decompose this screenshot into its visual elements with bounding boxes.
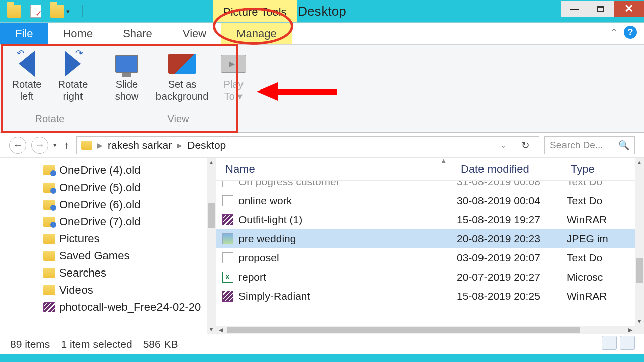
- properties-icon[interactable]: [30, 5, 41, 18]
- folder-icon: [43, 183, 55, 193]
- scrollbar-vertical[interactable]: ▲ ▼: [635, 158, 644, 326]
- file-date: 15-08-2019 19:27: [457, 214, 567, 226]
- contextual-tab-label: Picture Tools: [213, 0, 297, 22]
- file-row[interactable]: On pogress customer31-08-2019 00:08Text …: [216, 181, 644, 191]
- folder-icon: [43, 200, 55, 210]
- tree-item[interactable]: photocall-web_Free24-02-20: [0, 299, 207, 316]
- forward-button[interactable]: →: [31, 137, 48, 154]
- column-type[interactable]: Type: [567, 163, 644, 176]
- rotate-left-button[interactable]: ↶ Rotate left: [6, 48, 47, 102]
- file-type: Text Do: [567, 181, 644, 188]
- column-name[interactable]: Name▲: [222, 163, 457, 176]
- status-size: 586 KB: [143, 338, 178, 350]
- file-type: Microsc: [567, 271, 644, 283]
- text-file-icon: [222, 181, 233, 187]
- tree-item-label: OneDrive (4).old: [59, 164, 140, 177]
- scroll-thumb[interactable]: [636, 258, 643, 283]
- search-input[interactable]: Search De... 🔍: [544, 136, 635, 154]
- scrollbar-vertical[interactable]: ▲ ▼: [207, 158, 216, 334]
- view-large-icons-button[interactable]: [620, 336, 635, 350]
- help-icon[interactable]: ?: [624, 26, 637, 39]
- scroll-right-icon[interactable]: ▶: [626, 326, 635, 334]
- file-row[interactable]: report20-07-2019 20:27Microsc: [216, 267, 644, 287]
- window-controls: — ✕: [561, 1, 644, 17]
- minimize-button[interactable]: —: [561, 1, 588, 17]
- scroll-down-icon[interactable]: ▼: [207, 325, 216, 334]
- navigation-pane: OneDrive (4).oldOneDrive (5).oldOneDrive…: [0, 158, 216, 334]
- qat-dropdown-icon[interactable]: ▾: [66, 8, 70, 15]
- file-name: pre wedding: [238, 233, 296, 245]
- tree-item-label: Saved Games: [59, 249, 129, 262]
- tree-item[interactable]: OneDrive (5).old: [0, 179, 207, 196]
- file-type: JPEG im: [567, 233, 644, 245]
- breadcrumb-separator: ▸: [177, 139, 182, 151]
- tree-item-label: OneDrive (5).old: [59, 181, 140, 194]
- tab-share[interactable]: Share: [108, 23, 168, 44]
- tab-manage[interactable]: Manage: [221, 23, 292, 44]
- status-item-count: 89 items: [10, 338, 50, 350]
- scrollbar-horizontal[interactable]: ◀ ▶: [216, 326, 635, 334]
- file-name: Outfit-light (1): [238, 214, 302, 226]
- close-button[interactable]: ✕: [614, 1, 644, 17]
- text-file-icon: [222, 195, 233, 206]
- tree-item[interactable]: Searches: [0, 264, 207, 282]
- history-dropdown-icon[interactable]: ▾: [53, 141, 57, 149]
- maximize-button[interactable]: [588, 1, 614, 17]
- scroll-left-icon[interactable]: ◀: [216, 326, 225, 334]
- breadcrumb-segment[interactable]: rakesh sarkar: [108, 139, 172, 151]
- rotate-right-label: Rotate right: [58, 79, 88, 102]
- tab-view[interactable]: View: [168, 23, 221, 44]
- spreadsheet-icon: [222, 272, 233, 283]
- tree-item[interactable]: Saved Games: [0, 247, 207, 264]
- file-row[interactable]: Simply-Radiant15-08-2019 20:25WinRAR: [216, 287, 644, 306]
- tree-item-label: Pictures: [59, 232, 99, 245]
- new-folder-icon[interactable]: [50, 5, 64, 18]
- scroll-thumb[interactable]: [227, 327, 580, 333]
- tree-item[interactable]: Pictures: [0, 230, 207, 247]
- tree-item[interactable]: OneDrive (6).old: [0, 196, 207, 213]
- file-date: 31-08-2019 00:08: [457, 181, 567, 188]
- file-row[interactable]: online work30-08-2019 00:04Text Do: [216, 191, 644, 210]
- monitor-icon: [115, 55, 138, 73]
- view-details-button[interactable]: [602, 336, 617, 350]
- scroll-thumb[interactable]: [208, 203, 215, 228]
- archive-icon: [222, 291, 233, 302]
- tree-item-label: Videos: [59, 284, 93, 297]
- refresh-button[interactable]: ↻: [516, 139, 535, 151]
- search-placeholder: Search De...: [550, 140, 603, 151]
- tree-item[interactable]: Videos: [0, 282, 207, 299]
- ribbon-group-label: Rotate: [35, 113, 65, 125]
- tab-home[interactable]: Home: [48, 23, 108, 44]
- play-to-icon: [221, 55, 246, 73]
- scroll-up-icon[interactable]: ▲: [635, 158, 644, 167]
- play-to-button[interactable]: Play To ▾: [217, 48, 250, 102]
- scroll-up-icon[interactable]: ▲: [207, 158, 216, 167]
- breadcrumb-segment[interactable]: Desktop: [187, 139, 226, 151]
- collapse-ribbon-icon[interactable]: ⌃: [610, 27, 618, 38]
- file-row[interactable]: proposel03-09-2019 20:07Text Do: [216, 248, 644, 267]
- address-dropdown-icon[interactable]: ⌄: [495, 141, 511, 149]
- set-as-background-button[interactable]: Set as background: [152, 48, 212, 102]
- rotate-right-button[interactable]: ↷ Rotate right: [52, 48, 94, 102]
- file-date: 03-09-2019 20:07: [457, 252, 567, 264]
- title-bar: ▾ Picture Tools Desktop — ✕: [0, 0, 644, 22]
- window-border: [0, 354, 644, 362]
- tree-item[interactable]: OneDrive (4).old: [0, 162, 207, 179]
- archive-icon: [222, 214, 233, 225]
- ribbon-group-rotate: ↶ Rotate left ↷ Rotate right Rotate: [0, 45, 100, 132]
- column-date[interactable]: Date modified: [457, 163, 567, 176]
- up-button[interactable]: ↑: [62, 139, 71, 152]
- file-row[interactable]: Outfit-light (1)15-08-2019 19:27WinRAR: [216, 210, 644, 229]
- tab-file[interactable]: File: [0, 23, 48, 44]
- folder-icon: [81, 141, 92, 150]
- file-row[interactable]: pre wedding20-08-2019 20:23JPEG im: [216, 229, 644, 248]
- folder-icon: [43, 268, 55, 278]
- ribbon-group-view: Slide show Set as background Play To ▾ V…: [100, 45, 256, 132]
- address-bar[interactable]: ▸ rakesh sarkar ▸ Desktop ⌄ ↻: [76, 136, 539, 154]
- folder-icon[interactable]: [7, 5, 21, 18]
- tree-item[interactable]: OneDrive (7).old: [0, 213, 207, 230]
- file-type: Text Do: [567, 252, 644, 264]
- slide-show-button[interactable]: Slide show: [106, 48, 147, 102]
- scroll-down-icon[interactable]: ▼: [635, 317, 644, 326]
- back-button[interactable]: ←: [9, 137, 26, 154]
